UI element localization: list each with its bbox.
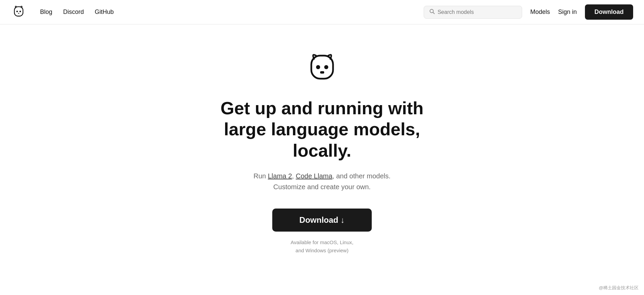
svg-point-8 xyxy=(324,65,328,69)
svg-rect-3 xyxy=(18,13,19,14)
nav-right: Models Sign in Download xyxy=(424,4,633,20)
hero-logo xyxy=(305,52,339,87)
nav-logo[interactable] xyxy=(11,4,26,20)
hero-availability: Available for macOS, Linux, and Windows … xyxy=(291,238,353,255)
hero-codellama-link[interactable]: Code Llama xyxy=(296,172,332,180)
watermark: @稀土园金技术社区 xyxy=(599,285,639,291)
hero-subtitle-suffix: , and other models. xyxy=(332,172,390,180)
hero-title: Get up and running with large language m… xyxy=(220,98,424,161)
hero-availability-line2: and Windows (preview) xyxy=(296,248,349,253)
hero-download-button[interactable]: Download ↓ xyxy=(272,209,372,232)
svg-line-5 xyxy=(433,12,434,14)
search-icon xyxy=(429,9,435,16)
svg-point-7 xyxy=(316,65,320,69)
nav-download-button[interactable]: Download xyxy=(585,4,633,20)
hero-availability-line1: Available for macOS, Linux, xyxy=(291,239,353,245)
nav-models-link[interactable]: Models xyxy=(530,8,550,16)
svg-point-2 xyxy=(19,11,21,12)
hero-subtitle-line2: Customize and create your own. xyxy=(273,183,371,191)
search-input[interactable] xyxy=(438,9,516,15)
nav-signin-link[interactable]: Sign in xyxy=(558,8,577,16)
nav-github-link[interactable]: GitHub xyxy=(95,8,114,16)
hero-subtitle: Run Llama 2, Code Llama, and other model… xyxy=(254,171,391,192)
navbar: Blog Discord GitHub Models Sign in Downl… xyxy=(0,0,644,24)
nav-links: Blog Discord GitHub xyxy=(40,8,114,16)
hero-llama2-link[interactable]: Llama 2 xyxy=(268,172,292,180)
hero-section: Get up and running with large language m… xyxy=(0,24,644,275)
search-box[interactable] xyxy=(424,6,522,19)
svg-rect-9 xyxy=(320,71,324,74)
nav-discord-link[interactable]: Discord xyxy=(63,8,84,16)
hero-subtitle-prefix: Run xyxy=(254,172,268,180)
svg-point-1 xyxy=(16,11,18,12)
nav-blog-link[interactable]: Blog xyxy=(40,8,52,16)
